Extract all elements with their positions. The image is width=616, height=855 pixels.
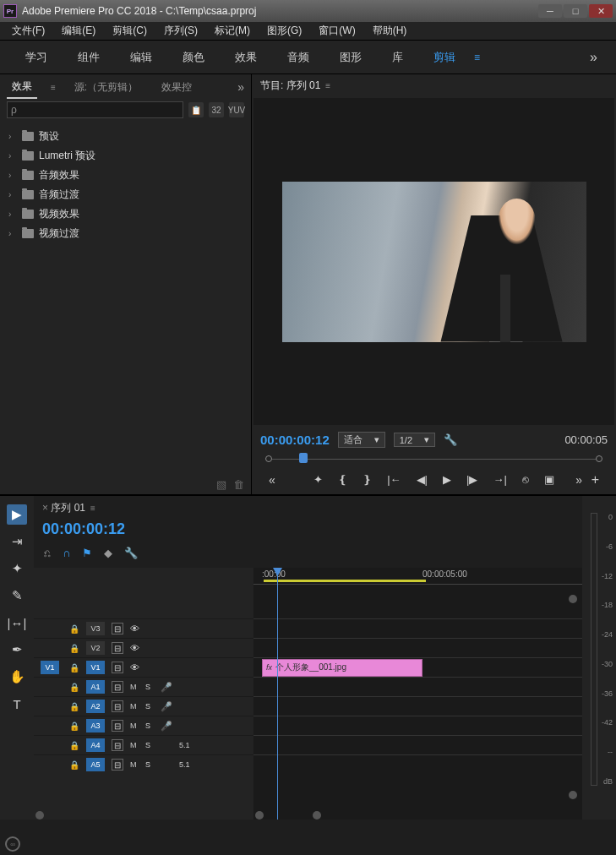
- menu-file[interactable]: 文件(F): [3, 22, 53, 40]
- solo-button[interactable]: S: [145, 722, 154, 730]
- menu-graphics[interactable]: 图形(G): [259, 22, 310, 40]
- ws-color[interactable]: 颜色: [167, 43, 220, 72]
- sync-lock-icon[interactable]: ⊟: [112, 642, 123, 654]
- ws-editing[interactable]: 编辑: [115, 43, 167, 72]
- tree-lumetri[interactable]: ›Lumetri 预设: [0, 146, 251, 166]
- playhead-icon[interactable]: [299, 453, 308, 463]
- zoom-handle[interactable]: [569, 791, 577, 799]
- sync-lock-icon[interactable]: ⊟: [112, 720, 123, 732]
- track-label[interactable]: V1: [86, 661, 105, 674]
- linked-selection-icon[interactable]: ⚑: [82, 547, 92, 559]
- transport-overflow-right[interactable]: »: [575, 473, 582, 487]
- slip-tool[interactable]: |↔|: [7, 613, 27, 633]
- mute-button[interactable]: M: [130, 722, 139, 730]
- creative-cloud-icon[interactable]: ∞: [5, 836, 20, 852]
- program-menu-icon[interactable]: ≡: [325, 81, 330, 90]
- tab-source[interactable]: 源:（无剪辑）: [69, 77, 143, 98]
- lock-icon[interactable]: 🔒: [69, 624, 79, 634]
- tab-effects[interactable]: 效果: [7, 76, 37, 99]
- sync-lock-icon[interactable]: ⊟: [112, 759, 123, 771]
- solo-button[interactable]: S: [145, 741, 154, 749]
- track-select-tool[interactable]: ⇥: [7, 531, 27, 552]
- track-scroll-handle[interactable]: [35, 811, 44, 820]
- track-label[interactable]: A4: [86, 738, 105, 752]
- button-editor-icon[interactable]: +: [591, 472, 599, 487]
- fx-badge-yuv-icon[interactable]: YUV: [229, 102, 244, 117]
- hscroll-handle[interactable]: [255, 811, 264, 820]
- new-bin-icon[interactable]: ▧: [216, 478, 226, 491]
- lock-icon[interactable]: 🔒: [69, 683, 79, 692]
- solo-button[interactable]: S: [145, 760, 154, 769]
- panel-overflow-icon[interactable]: »: [237, 80, 244, 94]
- workspace-overflow-icon[interactable]: »: [581, 50, 606, 65]
- mark-out-button[interactable]: ❵: [363, 473, 372, 486]
- timeline-settings-icon[interactable]: 🔧: [124, 547, 138, 559]
- panel-menu-icon[interactable]: ≡: [51, 83, 56, 92]
- lock-icon[interactable]: 🔒: [69, 663, 79, 673]
- ws-libraries[interactable]: 库: [377, 43, 418, 72]
- track-header-a5[interactable]: 🔒 A5 ⊟ M S 5.1: [34, 754, 253, 774]
- hand-tool[interactable]: ✋: [7, 667, 27, 687]
- solo-button[interactable]: S: [145, 683, 154, 691]
- tree-presets[interactable]: ›预设: [0, 127, 251, 146]
- timeline-menu-icon[interactable]: ≡: [90, 504, 95, 513]
- track-header-v1[interactable]: V1 🔒 V1 ⊟ 👁: [34, 657, 253, 677]
- program-preview[interactable]: [253, 98, 614, 425]
- sequence-name[interactable]: 序列 01: [51, 502, 85, 514]
- timeline-tracks-area[interactable]: :00:00 00:00:05:00 fx个人形象__001.jpg: [253, 568, 582, 820]
- minimize-button[interactable]: ─: [538, 4, 562, 18]
- selection-tool[interactable]: ▶: [7, 504, 27, 525]
- ripple-edit-tool[interactable]: ✦: [7, 558, 27, 579]
- lock-icon[interactable]: 🔒: [69, 760, 79, 770]
- toggle-output-icon[interactable]: 👁: [130, 662, 139, 673]
- toggle-output-icon[interactable]: 👁: [130, 643, 139, 653]
- delete-icon[interactable]: 🗑: [233, 478, 244, 491]
- solo-button[interactable]: S: [145, 702, 154, 711]
- ws-audio[interactable]: 音频: [272, 43, 324, 72]
- track-label[interactable]: A2: [86, 700, 105, 713]
- sync-lock-icon[interactable]: ⊟: [112, 623, 123, 634]
- program-scrubber[interactable]: [264, 456, 604, 461]
- track-label[interactable]: V2: [86, 641, 105, 655]
- sync-lock-icon[interactable]: ⊟: [112, 681, 123, 693]
- sync-lock-icon[interactable]: ⊟: [112, 700, 123, 712]
- track-header-v2[interactable]: 🔒 V2 ⊟ 👁: [34, 638, 253, 657]
- fx-badge-32bit-icon[interactable]: 32: [209, 102, 224, 117]
- ws-clip[interactable]: 剪辑: [418, 43, 471, 72]
- add-marker-button[interactable]: ✦: [313, 473, 323, 486]
- voiceover-icon[interactable]: 🎤: [161, 701, 172, 712]
- timeline-playhead[interactable]: [277, 568, 278, 820]
- settings-icon[interactable]: 🔧: [444, 433, 457, 446]
- ws-learn[interactable]: 学习: [10, 43, 63, 72]
- ws-graphics[interactable]: 图形: [324, 43, 377, 72]
- go-to-out-button[interactable]: →|: [493, 473, 506, 486]
- lock-icon[interactable]: 🔒: [69, 741, 79, 750]
- resolution-dropdown[interactable]: 1/2▾: [394, 433, 435, 447]
- tab-effect-controls[interactable]: 效果控: [156, 77, 197, 98]
- work-area-bar[interactable]: [264, 580, 426, 582]
- menu-window[interactable]: 窗口(W): [310, 22, 363, 40]
- lock-icon[interactable]: 🔒: [69, 722, 79, 731]
- step-back-button[interactable]: ◀|: [417, 473, 428, 486]
- mute-button[interactable]: M: [130, 741, 139, 749]
- track-label[interactable]: V3: [86, 622, 105, 635]
- add-marker-icon[interactable]: ◆: [104, 547, 112, 559]
- track-header-a3[interactable]: 🔒 A3 ⊟ M S 🎤: [34, 716, 253, 735]
- step-forward-button[interactable]: |▶: [466, 473, 477, 486]
- hscroll-handle[interactable]: [313, 811, 321, 820]
- maximize-button[interactable]: □: [564, 4, 587, 18]
- fx-badge-accelerated-icon[interactable]: 📋: [188, 102, 204, 117]
- track-label[interactable]: A1: [86, 680, 105, 694]
- timeline-close-icon[interactable]: ×: [42, 502, 48, 514]
- program-timecode[interactable]: 00:00:00:12: [260, 433, 330, 447]
- type-tool[interactable]: T: [7, 694, 27, 714]
- play-button[interactable]: ▶: [443, 473, 451, 486]
- voiceover-icon[interactable]: 🎤: [161, 721, 172, 732]
- menu-marker[interactable]: 标记(M): [206, 22, 259, 40]
- sync-lock-icon[interactable]: ⊟: [112, 662, 123, 673]
- track-label[interactable]: A3: [86, 719, 105, 732]
- track-header-a4[interactable]: 🔒 A4 ⊟ M S 5.1: [34, 735, 253, 754]
- video-clip[interactable]: fx个人形象__001.jpg: [262, 659, 422, 677]
- snap-toggle-icon[interactable]: ∩: [63, 547, 70, 559]
- tree-audio-transitions[interactable]: ›音频过渡: [0, 185, 251, 204]
